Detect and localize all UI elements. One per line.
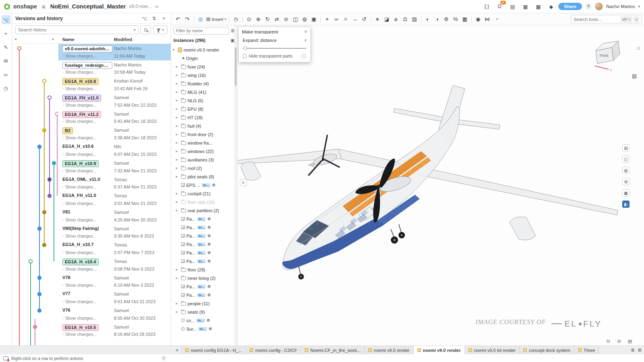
document-tab[interactable]: Noemi-CF_in_the_work... xyxy=(301,346,365,354)
version-row[interactable]: EG1A_FH_v11.2 Samuel ›Show changes... 5:… xyxy=(58,110,171,126)
version-graph-node[interactable] xyxy=(38,145,41,148)
tool-search-input[interactable] xyxy=(574,17,619,22)
version-row[interactable]: V80(Step Fairing) Samuel ›Show changes..… xyxy=(58,224,171,241)
expand-chevron-icon[interactable]: ▸ xyxy=(176,192,180,195)
snapshot-tool[interactable]: ◷ xyxy=(231,15,240,24)
expand-chevron-icon[interactable]: ▸ xyxy=(176,132,180,136)
help-button[interactable]: ? xyxy=(585,3,592,10)
instance-row[interactable]: ▸ hull (4) xyxy=(171,122,234,130)
version-row[interactable]: V76 Samuel ›Show changes... 8:55 AM Oct … xyxy=(58,306,171,323)
instance-row[interactable]: ▸ seats (9) xyxy=(171,308,234,316)
document-tab[interactable]: Three xyxy=(574,346,599,354)
user-avatar[interactable] xyxy=(595,2,603,10)
show-changes-link[interactable]: ›Show changes... xyxy=(62,234,97,238)
expand-chevron-icon[interactable]: ▸ xyxy=(176,276,180,280)
distance-slider[interactable] xyxy=(243,46,306,51)
api-code-icon[interactable]: {;} xyxy=(483,3,491,10)
bill-of-materials-tool[interactable]: ▤ xyxy=(410,15,419,24)
mass-properties-tool[interactable]: ⚖ xyxy=(401,15,410,24)
instances-scrollbar[interactable] xyxy=(234,25,237,345)
show-changes-link[interactable]: ›Show changes... xyxy=(62,54,97,58)
relation-tool[interactable]: ∞ xyxy=(332,15,341,24)
instance-row[interactable]: ▸ people (11) xyxy=(171,299,234,308)
expand-chevron-icon[interactable]: ▸ xyxy=(176,141,180,145)
version-graph-node[interactable] xyxy=(48,178,51,181)
instance-row[interactable]: ▸ inner lining (2) xyxy=(171,274,234,282)
expand-chevron-icon[interactable]: ▸ xyxy=(176,209,180,212)
instance-row[interactable]: ▸ EPU (8) xyxy=(171,105,234,113)
show-changes-link[interactable]: ›Show changes... xyxy=(62,250,97,255)
show-changes-link[interactable]: ›Show changes... xyxy=(62,184,97,189)
version-row[interactable]: B2 Samuel ›Show changes... 3:38 AM Dec 1… xyxy=(58,126,171,142)
instances-filter-input[interactable] xyxy=(176,28,227,33)
layout-icon[interactable]: ▤ xyxy=(626,338,634,344)
hide-transparent-checkbox[interactable] xyxy=(243,54,247,58)
instance-row[interactable]: ▸ HT (18) xyxy=(171,113,234,122)
history-search-input[interactable] xyxy=(18,27,132,32)
group-tool[interactable]: ▣ xyxy=(310,15,318,24)
snap-mode-tool[interactable]: ⌗ xyxy=(341,15,350,24)
instance-row[interactable]: ▸ wing (16) xyxy=(171,71,234,79)
expand-chevron-icon[interactable]: ▸ xyxy=(176,73,180,77)
version-row[interactable]: v9.0-noemi-wbothhull... Nacho Martos ›Sh… xyxy=(58,44,171,60)
document-tab[interactable]: noemi config - C3/CF xyxy=(246,346,301,354)
show-changes-link[interactable]: ›Show changes... xyxy=(62,135,97,140)
expand-chevron-icon[interactable]: ▸ xyxy=(176,99,180,102)
instance-row[interactable]: ▸ windows (22) xyxy=(171,147,234,155)
instance-row[interactable]: Pa... In... ⚙ xyxy=(171,248,234,257)
filter-button[interactable]: ▾ xyxy=(153,25,167,34)
notifications-bell-icon[interactable]: Ω9+ xyxy=(495,3,504,10)
rotate-tool[interactable]: ↺ xyxy=(360,15,369,24)
version-graph-node[interactable] xyxy=(43,79,46,83)
follow-icon[interactable]: + xyxy=(2,29,10,38)
version-graph-node[interactable] xyxy=(43,211,46,214)
configurations-tool[interactable]: ⚙ xyxy=(442,15,451,24)
cast-screen-icon[interactable]: ⊟ xyxy=(615,338,623,344)
version-graph-node[interactable] xyxy=(18,47,21,50)
version-graph-node[interactable] xyxy=(38,292,41,296)
show-changes-link[interactable]: ›Show changes... xyxy=(62,70,97,74)
show-changes-link[interactable]: ›Show changes... xyxy=(62,299,97,304)
version-row[interactable]: EG1A_FH_v11.0 Tomas ›Show changes... 3:0… xyxy=(58,191,171,208)
graph-collapse-left-icon[interactable]: ◂ xyxy=(14,37,17,41)
mate-connector-tool[interactable]: ⌖ xyxy=(323,15,332,24)
version-row[interactable]: EG1A_H_v10.8 Kristian Kierulf ›Show chan… xyxy=(58,77,171,93)
expand-chevron-icon[interactable]: ▸ xyxy=(176,149,180,153)
version-row[interactable]: V81 Samuel ›Show changes... 4:25 AM Nov … xyxy=(58,208,171,224)
instance-row[interactable]: Origin xyxy=(171,54,234,62)
instance-row[interactable]: ▸ fuse (24) xyxy=(171,62,234,71)
instance-row[interactable]: ▸ Rudder (4) xyxy=(171,79,234,88)
version-row[interactable]: EG1A_OML_v11.0 Tomas ›Show changes... 5:… xyxy=(58,175,171,192)
versions-history-panel-icon[interactable]: ⌥ xyxy=(2,15,10,24)
tab-manager-icon[interactable]: ⊞ xyxy=(638,348,642,353)
named-views-tool[interactable]: ▦ xyxy=(460,15,469,24)
share-button[interactable]: Share xyxy=(558,3,582,10)
expand-chevron-icon[interactable]: ▸ xyxy=(176,302,180,305)
print-icon[interactable]: ⊡ xyxy=(605,338,612,344)
search-dropdown-caret-icon[interactable]: ▾ xyxy=(134,28,136,32)
panel-views-icon[interactable]: ⊞ xyxy=(622,178,630,185)
panel-display-icon[interactable]: ▥ xyxy=(622,167,630,174)
instance-row[interactable]: ▸ floor rails (16) xyxy=(171,198,234,206)
view-cube[interactable]: Front x xyxy=(587,35,627,72)
panel-appearance-icon[interactable]: ◫ xyxy=(622,155,630,163)
record-tool[interactable]: ◉ xyxy=(474,15,483,24)
document-version-label[interactable]: v9.0-noe... xyxy=(129,4,152,9)
expand-chevron-icon[interactable]: ▸ xyxy=(176,175,180,178)
search-button[interactable] xyxy=(140,25,151,34)
expand-chevron-icon[interactable]: ▾ xyxy=(173,48,176,52)
show-changes-link[interactable]: ›Show changes... xyxy=(62,316,97,321)
markup-icon[interactable]: ✎ xyxy=(2,43,10,52)
measure-tool[interactable]: ⌀ xyxy=(392,15,400,24)
home-view-icon[interactable]: ⌂ xyxy=(637,45,640,51)
instance-row[interactable]: Pa... In... ⚙ xyxy=(171,240,234,248)
planar-mate-tool[interactable]: ◫ xyxy=(291,15,300,24)
instance-row[interactable]: ▸ front door (2) xyxy=(171,130,234,139)
section-view-tool[interactable]: ◪ xyxy=(382,15,391,24)
document-tab[interactable]: noemi v9.0 render xyxy=(414,346,465,354)
instance-row[interactable]: EPS ... In... ⚙ xyxy=(171,181,234,189)
instance-row[interactable]: ▸ NLG (6) xyxy=(171,96,234,105)
exploded-view-tool[interactable]: ∗ xyxy=(373,15,382,24)
main-menu-icon[interactable]: ≡ xyxy=(42,3,45,10)
edit-in-place-tool[interactable]: ◎ xyxy=(196,15,205,24)
